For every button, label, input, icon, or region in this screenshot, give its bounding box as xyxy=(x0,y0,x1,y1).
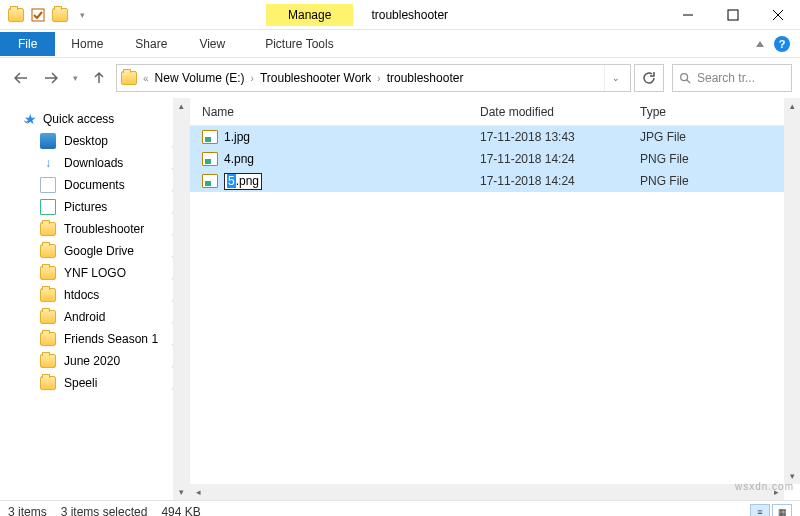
chevron-right-icon[interactable]: › xyxy=(251,73,254,84)
svg-rect-0 xyxy=(32,9,44,21)
contextual-tab-manage[interactable]: Manage xyxy=(266,4,353,26)
search-icon xyxy=(679,72,691,84)
sidebar-item-ynf-logo[interactable]: YNF LOGO📌 xyxy=(0,262,189,284)
status-item-count: 3 items xyxy=(8,505,47,517)
address-dropdown-button[interactable]: ⌄ xyxy=(604,65,626,91)
recent-locations-button[interactable]: ▾ xyxy=(68,65,82,91)
sidebar-item-desktop[interactable]: Desktop📌 xyxy=(0,130,189,152)
expand-ribbon-icon[interactable] xyxy=(756,41,764,47)
svg-point-5 xyxy=(681,74,688,81)
share-tab[interactable]: Share xyxy=(119,32,183,56)
status-selected-count: 3 items selected xyxy=(61,505,148,517)
folder-icon xyxy=(40,353,56,369)
vertical-scrollbar[interactable]: ▴▾ xyxy=(784,98,800,484)
breadcrumb-1[interactable]: Troubleshooter Work xyxy=(260,71,371,85)
back-button[interactable] xyxy=(8,65,34,91)
file-name: 4.png xyxy=(224,152,254,166)
pictures-icon xyxy=(40,199,56,215)
file-date: 17-11-2018 14:24 xyxy=(480,174,640,188)
app-icon xyxy=(8,7,24,23)
quick-access-header[interactable]: ⌄ ★ Quick access xyxy=(0,108,189,130)
refresh-button[interactable] xyxy=(634,64,664,92)
home-tab[interactable]: Home xyxy=(55,32,119,56)
downloads-icon: ↓ xyxy=(40,155,56,171)
sidebar-scrollbar[interactable]: ▴ ▾ xyxy=(173,98,189,500)
sidebar-item-friends[interactable]: Friends Season 1📌 xyxy=(0,328,189,350)
column-headers: Name Date modified Type xyxy=(190,98,800,126)
location-icon xyxy=(121,70,137,86)
sidebar-item-june2020[interactable]: June 2020📌 xyxy=(0,350,189,372)
quick-access-label: Quick access xyxy=(43,112,114,126)
chevron-right-icon[interactable]: › xyxy=(377,73,380,84)
up-button[interactable] xyxy=(86,65,112,91)
svg-line-6 xyxy=(687,80,690,83)
folder-icon xyxy=(40,375,56,391)
desktop-icon xyxy=(40,133,56,149)
main-area: ⌄ ★ Quick access Desktop📌 ↓Downloads📌 Do… xyxy=(0,98,800,500)
title-bar: ▾ Manage troubleshooter xyxy=(0,0,800,30)
folder-icon xyxy=(40,331,56,347)
scroll-down-icon[interactable]: ▾ xyxy=(173,484,189,500)
help-icon[interactable]: ? xyxy=(774,36,790,52)
properties-qat-icon[interactable] xyxy=(30,7,46,23)
sidebar-item-troubleshooter[interactable]: Troubleshooter📌 xyxy=(0,218,189,240)
documents-icon xyxy=(40,177,56,193)
breadcrumb-2[interactable]: troubleshooter xyxy=(387,71,464,85)
rename-ext: .png xyxy=(236,174,259,188)
status-size: 494 KB xyxy=(161,505,200,517)
column-name[interactable]: Name xyxy=(190,105,480,119)
address-bar: ▾ « New Volume (E:) › Troubleshooter Wor… xyxy=(0,58,800,98)
quick-access-toolbar: ▾ xyxy=(0,7,90,23)
file-row-renaming[interactable]: 5.png 17-11-2018 14:24 PNG File xyxy=(190,170,800,192)
scroll-left-icon[interactable]: ◂ xyxy=(190,484,206,500)
file-list-pane: Name Date modified Type 1.jpg 17-11-2018… xyxy=(190,98,800,500)
rename-input[interactable]: 5.png xyxy=(224,173,262,190)
scroll-up-icon[interactable]: ▴ xyxy=(784,98,800,114)
svg-rect-2 xyxy=(728,10,738,20)
forward-button[interactable] xyxy=(38,65,64,91)
column-type[interactable]: Type xyxy=(640,105,800,119)
picture-tools-tab[interactable]: Picture Tools xyxy=(253,32,345,56)
folder-icon xyxy=(40,265,56,281)
image-file-icon xyxy=(202,174,218,188)
sidebar-item-htdocs[interactable]: htdocs📌 xyxy=(0,284,189,306)
breadcrumb-prefix: « xyxy=(143,73,149,84)
file-date: 17-11-2018 13:43 xyxy=(480,130,640,144)
horizontal-scrollbar[interactable]: ◂▸ xyxy=(190,484,784,500)
details-view-button[interactable]: ≡ xyxy=(750,504,770,517)
rename-selected-text: 5 xyxy=(227,174,236,188)
folder-icon xyxy=(40,221,56,237)
close-button[interactable] xyxy=(755,0,800,30)
breadcrumb-bar[interactable]: « New Volume (E:) › Troubleshooter Work … xyxy=(116,64,631,92)
view-tab[interactable]: View xyxy=(183,32,241,56)
breadcrumb-0[interactable]: New Volume (E:) xyxy=(155,71,245,85)
sidebar-item-documents[interactable]: Documents📌 xyxy=(0,174,189,196)
sidebar-item-google-drive[interactable]: Google Drive📌 xyxy=(0,240,189,262)
folder-icon xyxy=(40,287,56,303)
sidebar-item-android[interactable]: Android📌 xyxy=(0,306,189,328)
file-type: PNG File xyxy=(640,174,800,188)
qat-dropdown-icon[interactable]: ▾ xyxy=(74,7,90,23)
search-box[interactable]: Search tr... xyxy=(672,64,792,92)
folder-icon xyxy=(40,243,56,259)
file-row[interactable]: 1.jpg 17-11-2018 13:43 JPG File xyxy=(190,126,800,148)
sidebar-item-speeli[interactable]: Speeli📌 xyxy=(0,372,189,394)
minimize-button[interactable] xyxy=(665,0,710,30)
image-file-icon xyxy=(202,152,218,166)
maximize-button[interactable] xyxy=(710,0,755,30)
sidebar-item-pictures[interactable]: Pictures📌 xyxy=(0,196,189,218)
status-bar: 3 items 3 items selected 494 KB ≡ ▦ xyxy=(0,500,800,516)
new-folder-qat-icon[interactable] xyxy=(52,7,68,23)
scroll-up-icon[interactable]: ▴ xyxy=(173,98,189,114)
ribbon: File Home Share View Picture Tools ? xyxy=(0,30,800,58)
file-tab[interactable]: File xyxy=(0,32,55,56)
sidebar-item-downloads[interactable]: ↓Downloads📌 xyxy=(0,152,189,174)
watermark: wsxdn.com xyxy=(735,481,794,492)
file-date: 17-11-2018 14:24 xyxy=(480,152,640,166)
image-file-icon xyxy=(202,130,218,144)
collapse-icon[interactable]: ⌄ xyxy=(22,114,30,125)
thumbnails-view-button[interactable]: ▦ xyxy=(772,504,792,517)
file-row[interactable]: 4.png 17-11-2018 14:24 PNG File xyxy=(190,148,800,170)
navigation-pane: ⌄ ★ Quick access Desktop📌 ↓Downloads📌 Do… xyxy=(0,98,190,500)
column-date[interactable]: Date modified xyxy=(480,105,640,119)
